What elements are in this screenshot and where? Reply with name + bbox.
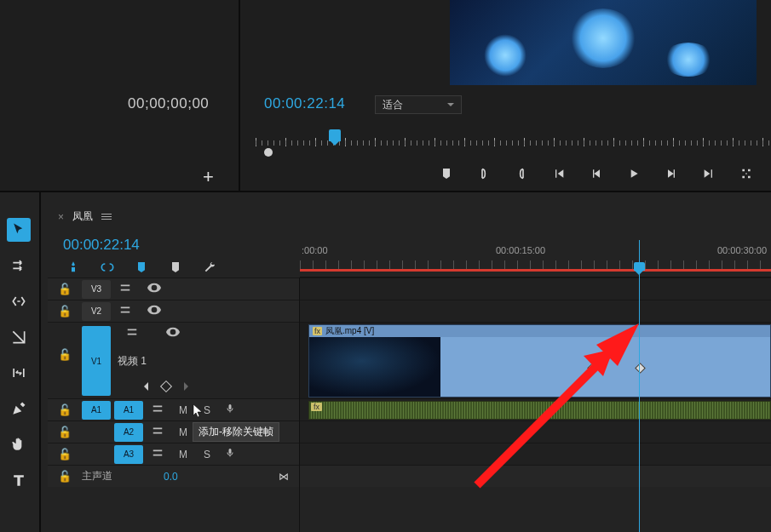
ripple-edit-tool[interactable] <box>7 289 31 313</box>
track-tag-v2[interactable]: V2 <box>82 302 111 321</box>
track-lane-v2[interactable] <box>300 300 771 322</box>
pen-tool[interactable] <box>7 397 31 420</box>
sync-lock-icon[interactable] <box>143 425 172 439</box>
track-header-v1[interactable]: 🔓 V1 视频 1 <box>48 322 299 398</box>
step-forward-button[interactable] <box>664 166 679 181</box>
play-button[interactable] <box>626 166 642 181</box>
selection-tool[interactable] <box>7 218 31 242</box>
zoom-fit-label: 适合 <box>383 98 403 112</box>
track-lane-v1[interactable]: fx 凤凰.mp4 [V] <box>300 322 771 398</box>
automation-mode-icon[interactable]: ⋈ <box>279 471 289 483</box>
sync-lock-icon[interactable] <box>111 304 140 318</box>
tooltip-keyframe: 添加-移除关键帧 <box>193 422 279 442</box>
sequence-tab[interactable]: × 凤凰 <box>58 209 112 224</box>
lock-icon[interactable]: 🔓 <box>48 305 82 317</box>
hand-tool[interactable] <box>7 432 31 456</box>
prev-keyframe-button[interactable] <box>140 382 148 391</box>
program-playhead[interactable] <box>329 129 341 141</box>
mute-button[interactable]: M <box>177 426 189 438</box>
lock-icon[interactable]: 🔓 <box>48 426 82 438</box>
transport-controls <box>439 166 754 181</box>
track-lane-a3[interactable] <box>300 443 771 465</box>
keyframe-diamond[interactable] <box>635 363 646 374</box>
source-timecode: 00;00;00;00 <box>128 95 209 112</box>
next-keyframe-button[interactable] <box>184 382 193 391</box>
step-back-button[interactable] <box>589 166 604 181</box>
fx-badge[interactable]: fx <box>311 403 322 411</box>
mute-button[interactable]: M <box>177 404 189 416</box>
add-remove-keyframe-button[interactable] <box>160 380 172 392</box>
razor-tool[interactable] <box>7 325 31 349</box>
track-header-v3[interactable]: 🔓 V3 <box>48 277 299 300</box>
program-scrubber[interactable] <box>256 129 771 155</box>
timeline-playhead[interactable] <box>639 240 640 532</box>
toggle-output-icon[interactable] <box>140 283 169 295</box>
master-track-header[interactable]: 🔓 主声道 0.0 ⋈ <box>48 465 299 487</box>
voiceover-record-icon[interactable] <box>225 403 235 416</box>
sync-lock-icon[interactable] <box>143 447 172 461</box>
video-clip[interactable]: fx 凤凰.mp4 [V] <box>308 324 771 398</box>
lock-icon[interactable]: 🔓 <box>48 470 82 483</box>
mark-out-button[interactable] <box>514 166 529 181</box>
go-to-out-button[interactable] <box>701 166 716 181</box>
add-marker-icon[interactable] <box>135 260 148 277</box>
snap-icon[interactable] <box>66 260 80 277</box>
sync-lock-icon[interactable] <box>143 403 172 417</box>
track-select-tool[interactable] <box>7 254 31 277</box>
lock-icon[interactable]: 🔓 <box>48 448 82 460</box>
fx-badge[interactable]: fx <box>313 327 322 335</box>
ruler-label-0: :00:00 <box>302 245 328 255</box>
solo-button[interactable]: S <box>201 449 213 460</box>
sequence-name: 凤凰 <box>72 209 93 224</box>
track-tag-a3[interactable]: A3 <box>114 445 143 464</box>
track-headers: 🔓 V3 🔓 V2 🔓 V1 <box>48 277 300 532</box>
timeline-ruler[interactable]: :00:00 00:00:15:00 00:00:30:00 <box>300 240 771 277</box>
master-level[interactable]: 0.0 <box>164 471 178 483</box>
keyframe-diamond[interactable] <box>587 363 598 374</box>
panel-menu-icon[interactable] <box>101 214 112 220</box>
chevron-down-icon <box>447 103 454 110</box>
zoom-fit-select[interactable]: 适合 <box>375 95 462 114</box>
track-header-a3[interactable]: 🔓 A3 M S <box>48 443 299 465</box>
track-tag-a2[interactable]: A2 <box>114 423 143 442</box>
slip-tool[interactable] <box>7 361 31 385</box>
mark-in-button[interactable] <box>476 166 492 181</box>
track-lane-master[interactable] <box>300 465 771 487</box>
voiceover-record-icon[interactable] <box>225 448 235 460</box>
track-lane-a2[interactable] <box>300 420 771 443</box>
sequence-timecode[interactable]: 00:00:22:14 <box>63 237 140 254</box>
track-tag-a1[interactable]: A1 <box>114 401 143 420</box>
sync-lock-icon[interactable] <box>118 326 147 340</box>
type-tool[interactable] <box>7 468 31 492</box>
add-button[interactable]: + <box>203 166 214 188</box>
scrub-handle[interactable] <box>264 148 273 157</box>
track-tag-v3[interactable]: V3 <box>82 280 111 299</box>
source-patch-a1[interactable]: A1 <box>82 401 111 420</box>
clip-name: 凤凰.mp4 [V] <box>325 325 374 337</box>
toggle-output-icon[interactable] <box>158 327 187 340</box>
lock-icon[interactable]: 🔓 <box>48 403 82 416</box>
sync-lock-icon[interactable] <box>111 282 140 296</box>
track-label-v1: 视频 1 <box>118 354 193 369</box>
master-label: 主声道 <box>82 469 112 483</box>
timeline-canvas[interactable]: :00:00 00:00:15:00 00:00:30:00 fx 凤凰.mp4… <box>300 240 771 532</box>
track-lane-v3[interactable] <box>300 277 771 300</box>
lock-icon[interactable]: 🔓 <box>48 326 82 361</box>
ruler-label-2: 00:00:30:00 <box>717 245 767 255</box>
marker-settings-icon[interactable] <box>169 260 182 277</box>
lock-icon[interactable]: 🔓 <box>48 283 82 295</box>
track-header-v2[interactable]: 🔓 V2 <box>48 300 299 322</box>
mute-button[interactable]: M <box>177 449 189 460</box>
export-frame-button[interactable] <box>739 166 754 181</box>
track-tag-v1[interactable]: V1 <box>82 326 111 396</box>
linked-selection-icon[interactable] <box>101 260 114 277</box>
mouse-cursor <box>193 403 204 419</box>
track-lane-a1[interactable]: fx <box>300 398 771 420</box>
settings-wrench-icon[interactable] <box>203 260 216 277</box>
track-header-a1[interactable]: 🔓 A1 A1 M S <box>48 398 299 420</box>
audio-clip[interactable]: fx <box>308 401 771 420</box>
close-tab-icon[interactable]: × <box>58 211 64 223</box>
go-to-in-button[interactable] <box>551 166 567 181</box>
toggle-output-icon[interactable] <box>140 305 169 317</box>
add-marker-button[interactable] <box>439 166 454 181</box>
